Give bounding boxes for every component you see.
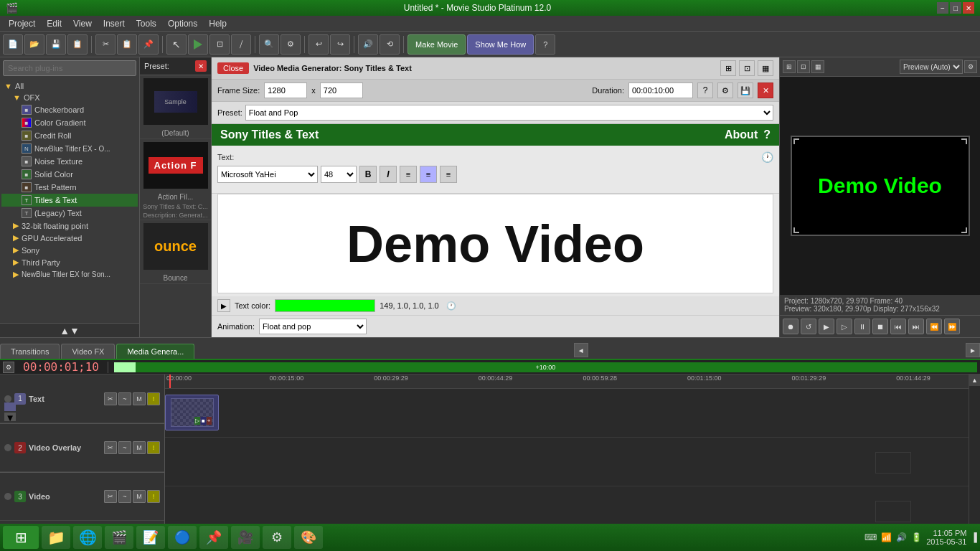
preset-close-btn[interactable]: ✕ [195,60,207,72]
select-btn[interactable]: ⊡ [209,34,230,55]
preview-play-btn[interactable]: ▶ [819,319,834,334]
playhead[interactable] [169,375,171,389]
taskbar-app3[interactable]: 📝 [136,526,165,549]
bold-button[interactable]: B [359,166,377,183]
preview-slow-fwd-btn[interactable]: ⏩ [944,319,960,334]
color-swatch[interactable] [275,299,375,312]
gen-save-btn[interactable]: 💾 [738,83,753,98]
track-clip-btn-3[interactable]: ✂ [104,490,117,503]
tab-transitions[interactable]: Transitions [0,344,60,359]
paste-button[interactable]: 📌 [138,34,159,55]
make-movie-button[interactable]: Make Movie [407,34,466,55]
tree-item-gpu[interactable]: ▶ GPU Accelerated [1,232,138,244]
track-mute-btn-2[interactable]: M [133,441,146,454]
preset-item-default[interactable]: Sample (Default) [140,78,211,139]
preview-step-fwd-btn[interactable]: ⏭ [908,319,924,334]
tab-nav-right[interactable]: ► [966,343,980,357]
sync-btn[interactable]: ⟲ [380,34,400,55]
size-select[interactable]: 48 [321,166,357,183]
tree-item-legacy-text[interactable]: T (Legacy) Text [1,207,138,220]
track-expand-3[interactable] [4,493,11,500]
tree-item-color-gradient[interactable]: ■ Color Gradient [1,116,138,129]
preview-grid-btn-3[interactable]: ▦ [811,60,824,73]
close-button[interactable]: ✕ [963,2,974,14]
track-env-btn-3[interactable]: ~ [118,490,131,503]
tab-video-fx[interactable]: Video FX [61,344,115,359]
open-button[interactable]: 📂 [24,34,44,55]
track-clip-btn-2[interactable]: ✂ [104,441,117,454]
tree-item-noise[interactable]: ■ Noise Texture [1,155,138,168]
preview-loop-btn[interactable]: ↺ [801,319,816,334]
menu-project[interactable]: Project [3,17,41,30]
track-env-btn-1[interactable]: ~ [118,392,131,405]
save-button[interactable]: 💾 [46,34,66,55]
tree-item-sony[interactable]: ▶ Sony [1,244,138,256]
copy-button[interactable]: 📋 [117,34,137,55]
minimize-button[interactable]: − [937,2,948,14]
preset-item-action[interactable]: Action F Action Fil... Sony Titles & Tex… [140,142,211,220]
menu-tools[interactable]: Tools [131,17,162,30]
question-label[interactable]: ? [763,128,771,141]
tree-item-newblue[interactable]: N NewBlue Titler EX - O... [1,142,138,155]
preview-pause-btn[interactable]: ⏸ [854,319,870,334]
help-btn[interactable]: ? [535,34,555,55]
tree-item-checkerboard[interactable]: ■ Checkerboard [1,103,138,116]
tree-scroll-up[interactable]: ▲ [60,325,70,336]
preview-play-all-btn[interactable]: ▷ [837,319,852,334]
arrow-btn[interactable] [188,34,208,55]
preview-record-btn[interactable]: ⏺ [783,319,798,334]
duration-input[interactable] [628,83,693,98]
undo-btn[interactable]: ↩ [308,34,329,55]
cursor-btn[interactable]: ↖ [166,34,187,55]
tree-item-third-party[interactable]: ▶ Third Party [1,256,138,268]
show-me-how-button[interactable]: Show Me How [467,34,534,55]
tree-item-solid-color[interactable]: ■ Solid Color [1,168,138,181]
track-expand-1[interactable] [4,395,11,402]
align-right-button[interactable]: ≡ [440,166,457,183]
start-button[interactable]: ⊞ [3,526,39,549]
demo-video-text[interactable]: Demo Video [347,215,644,273]
preset-item-bounce[interactable]: ounce Bounce [140,223,211,284]
zoom-btn[interactable]: 🔍 [259,34,279,55]
redo-btn[interactable]: ↪ [330,34,350,55]
menu-insert[interactable]: Insert [98,17,131,30]
timeline-settings-btn[interactable]: ⚙ [3,362,14,373]
track-warn-btn-3[interactable]: ! [147,490,160,503]
tab-media-gen[interactable]: Media Genera... [116,344,194,359]
gen-preset-select[interactable]: Float and Pop [245,105,773,121]
taskbar-chrome[interactable]: 🔵 [168,526,197,549]
tree-item-titles-text[interactable]: T Titles & Text [1,194,138,207]
help-question-btn[interactable]: ? [697,83,713,98]
preview-step-back-btn[interactable]: ⏮ [890,319,906,334]
preview-grid-btn-1[interactable]: ⊞ [783,60,796,73]
preview-settings-btn[interactable]: ⚙ [964,60,977,73]
gen-icon-btn-2[interactable]: ⊡ [739,60,755,76]
taskbar-browser[interactable]: 🌐 [73,526,102,549]
tree-item-credit-roll[interactable]: ■ Credit Roll [1,129,138,142]
menu-options[interactable]: Options [162,17,203,30]
tree-scroll-down[interactable]: ▼ [70,325,80,336]
track-mute-btn-1[interactable]: M [133,392,146,405]
menu-view[interactable]: View [67,17,98,30]
taskbar-show-desktop[interactable]: ▐ [971,532,977,542]
track-clip-btn-1[interactable]: ✂ [104,392,117,405]
tree-item-test-pattern[interactable]: ■ Test Pattern [1,181,138,194]
cut-button[interactable]: ✂ [95,34,116,55]
framesize-height-input[interactable] [320,83,363,98]
menu-help[interactable]: Help [203,17,232,30]
gen-close-x-btn[interactable]: ✕ [758,83,773,98]
tree-item-newblue-sony[interactable]: ▶ NewBlue Titler EX for Son... [1,268,138,281]
color-expand-btn[interactable]: ▶ [217,299,230,312]
tab-nav-left[interactable]: ◄ [574,343,588,357]
taskbar-media[interactable]: 🎥 [231,526,260,549]
preview-stop-btn[interactable]: ⏹ [872,319,888,334]
framesize-width-input[interactable] [264,83,307,98]
gen-close-button[interactable]: Close [217,62,249,74]
vscroll-up[interactable]: ▲ [969,375,980,386]
about-label[interactable]: About [725,128,758,141]
search-input[interactable] [3,60,136,76]
track-env-btn-2[interactable]: ~ [118,441,131,454]
track-expand-2[interactable] [4,444,11,451]
clip-1[interactable]: ▷ ■ + [165,395,219,430]
preview-slow-back-btn[interactable]: ⏪ [926,319,942,334]
